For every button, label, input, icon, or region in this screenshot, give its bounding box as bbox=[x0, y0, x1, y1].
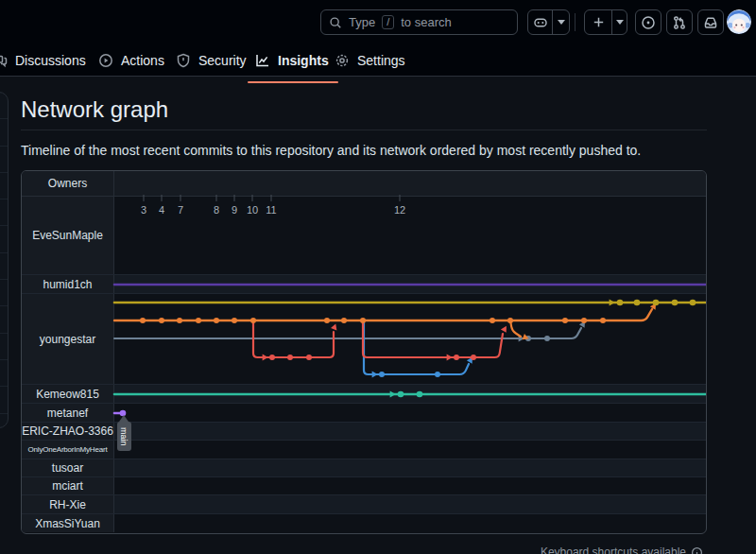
owner-row-XmasSiYuan: XmasSiYuan bbox=[22, 514, 706, 532]
owner-link-mciart[interactable]: mciart bbox=[22, 477, 114, 494]
graph-area-humid1ch[interactable] bbox=[114, 275, 706, 293]
owners-header-cell: Owners bbox=[22, 171, 114, 196]
git-pull-request-icon bbox=[672, 15, 687, 30]
owner-link-XmasSiYuan[interactable]: XmasSiYuan bbox=[22, 514, 114, 532]
graph-area-tusoar[interactable] bbox=[114, 459, 706, 476]
title-divider bbox=[21, 130, 707, 130]
owner-row-youngestar: youngestar bbox=[22, 294, 706, 385]
page-description: Timeline of the most recent commits to t… bbox=[21, 143, 641, 158]
tab-label: Discussions bbox=[15, 53, 86, 68]
info-icon bbox=[691, 546, 703, 554]
cropped-side-panel bbox=[0, 92, 9, 428]
plus-icon bbox=[592, 15, 606, 29]
graph-area-ERIC-ZHAO-3366[interactable] bbox=[114, 423, 706, 440]
gear-icon bbox=[335, 53, 350, 68]
search-placeholder-suffix: to search bbox=[401, 15, 451, 29]
issue-opened-icon bbox=[641, 15, 656, 30]
create-new-button[interactable] bbox=[585, 10, 611, 34]
tooltip-arrow-icon bbox=[119, 415, 129, 422]
slash-key-hint: / bbox=[382, 15, 394, 29]
inbox-button[interactable] bbox=[697, 9, 724, 35]
branch-label: main bbox=[117, 422, 131, 451]
copilot-button[interactable] bbox=[528, 10, 552, 34]
comment-discussion-icon bbox=[0, 53, 8, 68]
graph-area-metanef[interactable] bbox=[114, 404, 706, 422]
caret-down-icon bbox=[558, 20, 565, 25]
site-header: Type / to search bbox=[0, 0, 756, 77]
owner-link-OnlyOneArborInMyHeart[interactable]: OnlyOneArborInMyHeart bbox=[22, 441, 114, 459]
owner-link-youngestar[interactable]: youngestar bbox=[22, 294, 114, 384]
tab-actions[interactable]: Actions bbox=[98, 49, 164, 72]
tab-label: Insights bbox=[278, 53, 329, 68]
issues-button[interactable] bbox=[635, 9, 662, 35]
tab-discussions[interactable]: Discussions bbox=[0, 49, 86, 72]
graph-area-OnlyOneArborInMyHeart[interactable] bbox=[114, 441, 706, 459]
tab-label: Security bbox=[198, 53, 247, 68]
tab-label: Settings bbox=[357, 53, 405, 68]
graph-area-RH-Xie[interactable] bbox=[114, 495, 706, 513]
keyboard-shortcuts-link[interactable]: Keyboard shortcuts available bbox=[541, 545, 703, 554]
caret-down-icon bbox=[616, 20, 624, 25]
owner-row-mciart: mciart bbox=[22, 477, 706, 495]
search-placeholder-prefix: Type bbox=[349, 15, 375, 29]
network-graph-table: Owners EveSunMaplehumid1chyoungestarKeme… bbox=[21, 170, 707, 534]
search-input[interactable]: Type / to search bbox=[320, 9, 518, 35]
graph-icon bbox=[255, 53, 270, 68]
copilot-menu-button[interactable] bbox=[552, 10, 569, 34]
tab-insights[interactable]: Insights bbox=[255, 49, 329, 72]
play-icon bbox=[98, 53, 113, 68]
owner-link-RH-Xie[interactable]: RH-Xie bbox=[22, 495, 114, 513]
owner-row-humid1ch: humid1ch bbox=[22, 275, 706, 294]
inbox-icon bbox=[703, 15, 718, 30]
graph-area-youngestar[interactable] bbox=[114, 294, 706, 384]
avatar[interactable] bbox=[727, 9, 751, 34]
search-icon bbox=[329, 16, 342, 29]
copilot-split-button bbox=[527, 9, 570, 35]
owner-link-ERIC-ZHAO-3366[interactable]: ERIC-ZHAO-3366 bbox=[22, 423, 114, 440]
keyboard-shortcuts-label: Keyboard shortcuts available bbox=[541, 545, 686, 554]
owner-link-metanef[interactable]: metanef bbox=[22, 404, 114, 422]
tab-security[interactable]: Security bbox=[176, 49, 247, 72]
graph-area-EveSunMaple[interactable] bbox=[114, 197, 706, 274]
tab-settings[interactable]: Settings bbox=[335, 49, 405, 72]
repo-tab-bar: DiscussionsActionsSecurityInsightsSettin… bbox=[0, 43, 756, 77]
page-title: Network graph bbox=[21, 96, 168, 123]
owner-row-EveSunMaple: EveSunMaple bbox=[22, 197, 706, 275]
graph-area-mciart[interactable] bbox=[114, 477, 706, 494]
owner-row-RH-Xie: RH-Xie bbox=[22, 495, 706, 514]
owner-row-tusoar: tusoar bbox=[22, 459, 706, 477]
graph-area-Kemeow815[interactable] bbox=[114, 385, 706, 403]
owner-link-EveSunMaple[interactable]: EveSunMaple bbox=[22, 197, 114, 274]
create-new-menu-button[interactable] bbox=[611, 10, 627, 34]
owner-row-Kemeow815: Kemeow815 bbox=[22, 385, 706, 404]
branch-label-tooltip: main bbox=[116, 415, 131, 451]
copilot-icon bbox=[533, 15, 548, 30]
shield-icon bbox=[176, 53, 191, 68]
graph-area-XmasSiYuan[interactable] bbox=[114, 514, 706, 532]
tab-label: Actions bbox=[121, 53, 164, 68]
owners-header-row: Owners bbox=[22, 171, 706, 197]
pull-requests-button[interactable] bbox=[666, 9, 693, 35]
owner-link-Kemeow815[interactable]: Kemeow815 bbox=[22, 385, 114, 403]
header-divider bbox=[575, 13, 576, 31]
owner-link-humid1ch[interactable]: humid1ch bbox=[22, 275, 114, 293]
create-new-split-button bbox=[584, 9, 627, 35]
owner-link-tusoar[interactable]: tusoar bbox=[22, 459, 114, 476]
